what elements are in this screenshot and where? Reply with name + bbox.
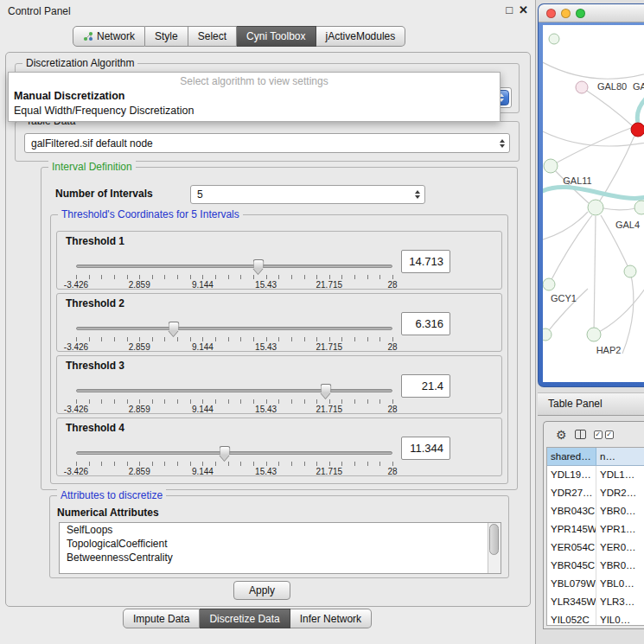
tab-style[interactable]: Style (145, 26, 188, 47)
network-edge[interactable] (543, 187, 644, 198)
column-header[interactable]: shared… (547, 448, 596, 466)
attribute-list-item[interactable]: SelfLoops (60, 523, 501, 537)
network-node[interactable] (544, 159, 558, 173)
network-edge[interactable] (582, 87, 633, 126)
network-window-titlebar[interactable] (539, 4, 644, 22)
threshold-slider[interactable] (76, 382, 392, 399)
table-cell[interactable]: YIL052C (547, 611, 596, 626)
table-cell[interactable]: YBR043C (547, 502, 596, 520)
table-row[interactable]: YBR045CYBR0… (547, 557, 644, 575)
tab-cyni-toolbox[interactable]: Cyni Toolbox (237, 26, 316, 47)
table-cell[interactable]: YDL19… (547, 466, 596, 484)
slider-track[interactable] (76, 265, 392, 268)
network-edge[interactable] (594, 289, 644, 335)
select-all-columns-icon[interactable]: ✓ ✓ (594, 430, 614, 439)
table-cell[interactable]: YBL0… (596, 575, 644, 593)
table-panel-titlebar[interactable]: Table Panel (538, 392, 644, 416)
network-node[interactable] (543, 328, 552, 341)
network-graph[interactable]: GAL80GAGAL11GAL4GCY1HAP2 (543, 25, 644, 384)
tab-select[interactable]: Select (188, 26, 237, 47)
tab-discretize-data[interactable]: Discretize Data (200, 609, 290, 628)
table-cell[interactable]: YBR045C (547, 557, 596, 575)
table-cell[interactable]: YBR0… (596, 502, 644, 520)
tab-network[interactable]: Network (73, 26, 145, 47)
minimize-traffic-light-icon[interactable] (561, 9, 571, 18)
attribute-list-item[interactable]: BetweennessCentrality (60, 551, 501, 564)
number-of-intervals-combobox[interactable]: 5 (190, 185, 425, 204)
network-node[interactable] (634, 201, 644, 214)
table-cell[interactable]: YDR27… (547, 484, 596, 502)
group-label-thresholds: Threshold's Coordinates for 5 Intervals (58, 208, 243, 221)
network-edge[interactable] (543, 212, 588, 241)
threshold-value-input[interactable]: 6.316 (401, 312, 450, 335)
table-row[interactable]: YER054CYER0… (547, 539, 644, 557)
table-row[interactable]: YPR145WYPR1… (547, 520, 644, 539)
table-row[interactable]: YDR27…YDR2… (547, 484, 644, 502)
threshold-value-input[interactable]: 14.713 (401, 250, 450, 273)
table-browser-window: ⚙ ✓ ✓ shared…n… YDL19…YDL1…YDR27…YDR2…YB… (543, 421, 644, 629)
threshold-value-input[interactable]: 11.344 (401, 437, 450, 460)
list-scrollbar[interactable] (488, 523, 501, 573)
slider-track[interactable] (76, 327, 392, 330)
table-row[interactable]: YIL052CYIL0… (547, 611, 644, 626)
algorithm-option[interactable]: Manual Discretization (9, 89, 500, 104)
table-row[interactable]: YLR345WYLR3… (547, 593, 644, 611)
close-traffic-light-icon[interactable] (546, 9, 556, 18)
scrollbar-thumb[interactable] (489, 524, 499, 555)
table-cell[interactable]: YER054C (547, 539, 596, 557)
apply-button[interactable]: Apply (233, 581, 290, 600)
show-columns-icon[interactable] (575, 430, 586, 439)
network-edge[interactable] (543, 60, 644, 79)
tab-impute-data[interactable]: Impute Data (123, 609, 200, 628)
table-row[interactable]: YBL079WYBL0… (547, 575, 644, 593)
slider-track[interactable] (76, 451, 392, 455)
network-edge[interactable] (594, 216, 596, 335)
network-canvas[interactable]: GAL80GAGAL11GAL4GCY1HAP2 (543, 25, 644, 382)
network-node[interactable] (543, 278, 555, 290)
settings-gear-icon[interactable]: ⚙ (556, 429, 567, 441)
table-cell[interactable]: YBL079W (547, 575, 596, 593)
network-node[interactable] (587, 328, 601, 341)
threshold-slider[interactable] (76, 258, 392, 275)
network-node[interactable] (549, 34, 559, 44)
tab-jactivemodules[interactable]: jActiveModules (316, 26, 406, 47)
table-row[interactable]: YDL19…YDL1… (547, 466, 644, 484)
table-cell[interactable]: YPR145W (547, 520, 596, 539)
slider-thumb[interactable] (253, 259, 265, 268)
slider-thumb[interactable] (220, 446, 231, 455)
table-cell[interactable]: YIL0… (596, 611, 644, 626)
table-cell[interactable]: YER0… (596, 539, 644, 557)
table-cell[interactable]: YLR345W (547, 593, 596, 611)
network-edge[interactable] (549, 215, 592, 284)
network-node[interactable] (631, 123, 644, 137)
tab-infer-network[interactable]: Infer Network (290, 609, 372, 628)
slider-thumb[interactable] (169, 322, 180, 330)
algorithm-option[interactable]: Equal Width/Frequency Discretization (9, 104, 500, 118)
network-node[interactable] (576, 81, 588, 93)
table-cell[interactable]: YPR1… (596, 520, 644, 539)
table-data-combobox[interactable]: galFiltered.sif default node (24, 133, 510, 153)
attribute-list-item[interactable]: TopologicalCoefficient (60, 537, 501, 551)
table-row[interactable]: YBR043CYBR0… (547, 502, 644, 520)
table-cell[interactable]: YBR0… (596, 557, 644, 575)
zoom-traffic-light-icon[interactable] (576, 9, 585, 18)
column-header[interactable]: n… (596, 448, 644, 466)
threshold-value-input[interactable]: 21.4 (401, 374, 450, 398)
checkbox-icon: ✓ (605, 430, 614, 439)
threshold-slider[interactable] (76, 444, 392, 462)
slider-thumb[interactable] (321, 384, 332, 392)
network-node[interactable] (588, 200, 603, 215)
numerical-attributes-list[interactable]: SelfLoopsTopologicalCoefficientBetweenne… (59, 522, 501, 574)
tab-label: Cyni Toolbox (246, 30, 305, 42)
network-node[interactable] (624, 265, 636, 277)
threshold-slider[interactable] (76, 320, 392, 337)
float-window-icon[interactable]: □ (506, 3, 513, 16)
network-edge[interactable] (637, 94, 644, 123)
table-cell[interactable]: YLR3… (596, 593, 644, 611)
slider-track[interactable] (76, 389, 392, 392)
table-cell[interactable]: YDR2… (596, 484, 644, 502)
node-label: HAP2 (596, 345, 622, 355)
table-cell[interactable]: YDL1… (596, 466, 644, 484)
close-window-icon[interactable]: ✕ (519, 3, 528, 16)
network-edge[interactable] (551, 128, 631, 166)
